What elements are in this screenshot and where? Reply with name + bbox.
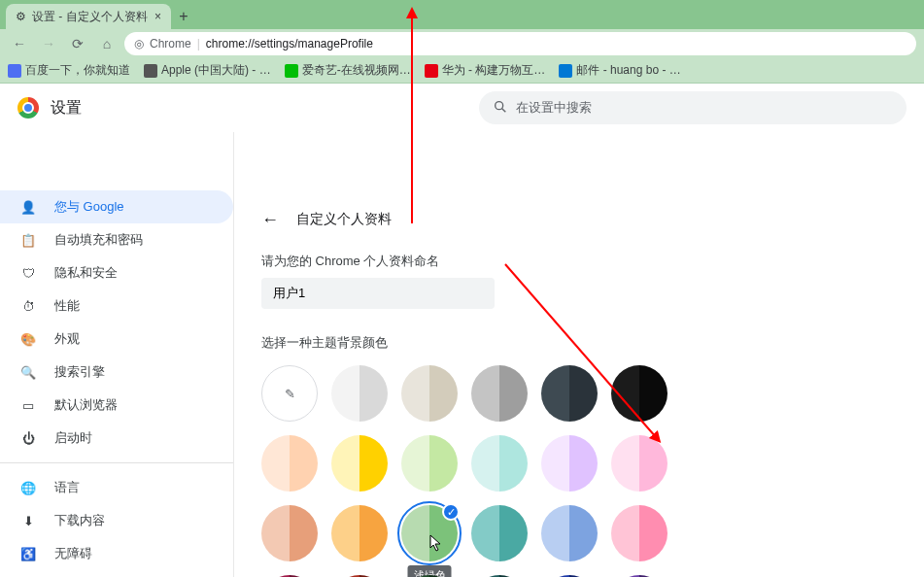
back-arrow-icon[interactable]: ← [261,210,279,230]
home-button[interactable]: ⌂ [95,32,119,55]
gear-icon: ⚙ [16,10,26,23]
browser-tab[interactable]: ⚙ 设置 - 自定义个人资料 × [6,4,171,29]
new-tab-button[interactable]: + [171,4,196,29]
color-swatch[interactable] [541,435,598,492]
bookmark-item[interactable]: 爱奇艺-在线视频网… [285,62,411,79]
sidebar-item-speed[interactable]: ⏱性能 [0,289,233,322]
sidebar-item-label: 启动时 [54,429,92,447]
favicon-icon [144,64,157,78]
content-pane: ← 自定义个人资料 请为您的 Chrome 个人资料命名 选择一种主题背景颜色 … [233,132,924,577]
browser-icon: ▭ [19,398,37,413]
theme-section-label: 选择一种主题背景颜色 [261,334,897,352]
sidebar-item-label: 您与 Google [54,198,124,216]
search-icon [493,99,508,118]
browser-toolbar: ← → ⟳ ⌂ ◎ Chrome | chrome://settings/man… [0,29,924,58]
chrome-label: Chrome [150,37,191,51]
reload-button[interactable]: ⟳ [66,32,89,55]
sidebar-item-palette[interactable]: 🎨外观 [0,322,233,356]
page-title: 设置 [51,98,82,119]
search-placeholder: 在设置中搜索 [516,99,592,117]
color-swatch[interactable] [611,505,667,561]
sidebar-item-shield[interactable]: 🛡隐私和安全 [0,256,233,289]
color-swatch[interactable] [401,435,458,492]
color-swatch[interactable]: ✓ 浅绿色 [401,505,458,561]
sidebar-item-globe[interactable]: 🌐语言 [0,471,233,504]
tab-strip: ⚙ 设置 - 自定义个人资料 × + [0,0,924,29]
settings-sidebar: 👤您与 Google📋自动填充和密码🛡隐私和安全⏱性能🎨外观🔍搜索引擎▭默认浏览… [0,132,233,577]
sidebar-item-label: 下载内容 [54,512,105,529]
check-icon: ✓ [442,503,460,521]
favicon-icon [425,64,438,78]
speed-icon: ⏱ [19,299,37,314]
bookmark-item[interactable]: 邮件 - huang bo - … [559,62,680,79]
favicon-icon [285,64,298,78]
bookmark-label: 爱奇艺-在线视频网… [302,62,411,79]
color-swatch[interactable] [471,505,528,561]
color-swatch[interactable] [471,435,528,492]
profile-name-input[interactable] [261,278,495,309]
color-swatch[interactable] [331,435,388,492]
url-text: chrome://settings/manageProfile [206,37,373,51]
name-section-label: 请为您的 Chrome 个人资料命名 [261,253,897,270]
download-icon: ⬇ [19,514,37,528]
tab-title: 设置 - 自定义个人资料 [32,9,148,25]
color-swatch[interactable] [611,365,667,422]
color-swatch[interactable] [611,435,667,492]
color-swatch[interactable] [261,505,318,561]
sidebar-item-label: 自动填充和密码 [54,231,143,249]
color-swatch[interactable]: ✎ [261,365,318,422]
color-swatch[interactable] [401,365,458,422]
sidebar-item-label: 默认浏览器 [54,396,118,414]
search-icon: 🔍 [19,365,37,380]
eyedropper-icon: ✎ [285,387,295,401]
color-swatch[interactable] [331,365,388,422]
sidebar-item-label: 性能 [54,297,80,315]
sidebar-item-label: 无障碍 [54,545,92,562]
svg-point-0 [496,101,503,109]
sidebar-item-accessibility[interactable]: ♿无障碍 [0,537,233,570]
forward-button[interactable]: → [37,32,60,55]
sidebar-item-search[interactable]: 🔍搜索引擎 [0,356,233,389]
bookmark-item[interactable]: 百度一下，你就知道 [8,62,130,79]
color-swatch[interactable] [471,365,528,422]
bookmark-label: 百度一下，你就知道 [25,62,130,79]
color-swatch[interactable] [331,505,388,561]
favicon-icon [559,64,572,78]
content-title: 自定义个人资料 [296,211,392,228]
bookmark-item[interactable]: Apple (中国大陆) - … [144,62,271,79]
sidebar-item-clipboard[interactable]: 📋自动填充和密码 [0,223,233,256]
sidebar-item-download[interactable]: ⬇下载内容 [0,504,233,537]
back-button[interactable]: ← [8,32,31,55]
sidebar-item-label: 语言 [54,479,80,496]
bookmark-label: Apple (中国大陆) - … [161,62,271,79]
sidebar-item-wrench[interactable]: 🔧系统 [0,570,233,577]
favicon-icon [8,64,21,78]
person-icon: 👤 [19,200,37,215]
settings-header: 设置 在设置中搜索 [0,84,924,132]
color-swatch[interactable] [261,435,318,492]
bookmark-label: 华为 - 构建万物互… [442,62,546,79]
palette-icon: 🎨 [19,332,37,347]
sidebar-item-label: 隐私和安全 [54,264,118,282]
sidebar-item-browser[interactable]: ▭默认浏览器 [0,389,233,422]
globe-icon: 🌐 [19,481,37,495]
shield-icon: 🛡 [19,266,37,281]
sidebar-item-power[interactable]: ⏻启动时 [0,422,233,455]
power-icon: ⏻ [19,431,37,446]
settings-search[interactable]: 在设置中搜索 [479,91,907,124]
sidebar-item-person[interactable]: 👤您与 Google [0,190,233,223]
bookmark-label: 邮件 - huang bo - … [576,62,680,79]
bookmark-item[interactable]: 华为 - 构建万物互… [425,62,546,79]
svg-line-1 [502,108,506,112]
sidebar-item-label: 外观 [54,330,80,348]
close-tab-icon[interactable]: × [154,10,161,23]
color-swatch-grid: ✎✓ 浅绿色 [261,359,897,577]
address-bar[interactable]: ◎ Chrome | chrome://settings/manageProfi… [124,32,916,55]
chrome-icon: ◎ [134,37,144,51]
sidebar-item-label: 搜索引擎 [54,363,105,381]
chrome-logo-icon [17,97,39,119]
nav-divider [0,462,233,463]
color-swatch[interactable] [541,505,598,561]
accessibility-icon: ♿ [19,547,37,561]
color-swatch[interactable] [541,365,598,422]
